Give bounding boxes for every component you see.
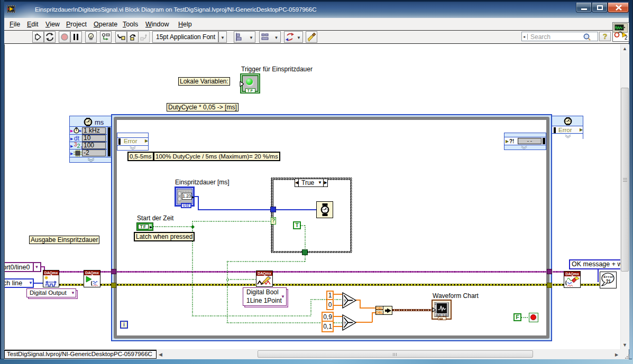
svg-text:?!: ?!	[606, 278, 611, 284]
svg-text:?: ?	[344, 299, 346, 303]
svg-text:?: ?	[344, 321, 346, 325]
